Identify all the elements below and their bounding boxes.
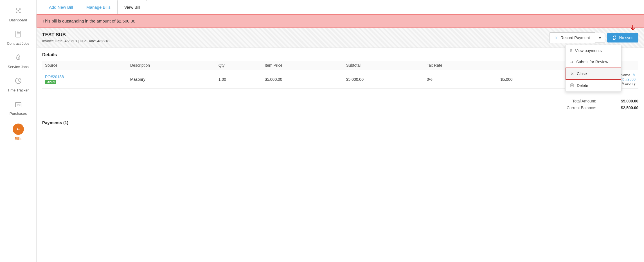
right-name-label: Name xyxy=(621,73,631,77)
current-balance-label: Current Balance: xyxy=(567,106,596,110)
dropdown-item-submit-review[interactable]: ➜ Submit for Review xyxy=(566,56,621,68)
delete-label: Delete xyxy=(577,83,588,88)
svg-point-3 xyxy=(17,10,19,12)
alert-message: This bill is outstanding in the amount o… xyxy=(42,19,135,23)
dropdown-item-close[interactable]: ✕ Close xyxy=(566,68,621,80)
col-amount xyxy=(498,61,559,70)
sidebar-item-purchases[interactable]: PO Purchases xyxy=(0,96,36,120)
sidebar-item-time-tracker[interactable]: Time Tracker xyxy=(0,73,36,96)
total-amount-label: Total Amount: xyxy=(572,99,596,103)
sidebar-item-service-jobs[interactable]: Service Jobs xyxy=(0,50,36,73)
no-sync-button[interactable]: No sync xyxy=(607,33,638,42)
dropdown-arrow-indicator xyxy=(629,24,636,33)
col-item-price: Item Price xyxy=(262,61,343,70)
edit-icon[interactable]: ✎ xyxy=(632,73,636,77)
dropdown-menu: $ View payments ➜ Submit for Review ✕ Cl… xyxy=(565,45,622,92)
sidebar-item-dashboard[interactable]: Dashboard xyxy=(0,3,36,26)
arrow-right-icon: ➜ xyxy=(570,60,573,64)
sidebar-label-purchases: Purchases xyxy=(10,111,27,116)
cell-description: Masonry xyxy=(127,70,216,89)
dropdown-item-view-payments[interactable]: $ View payments xyxy=(566,45,621,56)
status-badge: OPEN xyxy=(45,80,56,84)
svg-text:PO: PO xyxy=(17,104,21,106)
cell-tax-rate: 0% xyxy=(424,70,497,89)
record-payment-button[interactable]: ☑ Record Payment xyxy=(549,32,595,43)
table-row: PO#20188 OPEN Masonry 1.00 $5,000.00 $5,… xyxy=(42,70,638,89)
no-sync-label: No sync xyxy=(619,35,633,40)
time-tracker-icon xyxy=(14,77,22,86)
svg-point-11 xyxy=(18,57,19,59)
po-link[interactable]: PO#20188 xyxy=(45,75,64,79)
current-balance-value: $2,500.00 xyxy=(613,106,638,110)
total-amount-row: Total Amount: $5,000.00 xyxy=(42,98,638,104)
contract-jobs-icon xyxy=(14,30,22,40)
view-payments-label: View payments xyxy=(575,48,602,53)
check-icon: ☑ xyxy=(555,35,558,40)
col-description: Description xyxy=(127,61,216,70)
total-amount-value: $5,000.00 xyxy=(613,99,638,103)
svg-point-4 xyxy=(19,12,21,13)
tab-manage-bills[interactable]: Manage Bills xyxy=(80,0,117,14)
cell-item-price: $5,000.00 xyxy=(262,70,343,89)
svg-rect-17 xyxy=(570,84,574,87)
dropdown-toggle-button[interactable]: ▼ xyxy=(595,33,605,43)
totals-section: Total Amount: $5,000.00 Current Balance:… xyxy=(37,93,644,116)
close-label: Close xyxy=(577,71,587,76)
main-content: Add New Bill Manage Bills View Bill This… xyxy=(37,0,644,262)
col-tax-rate: Tax Rate xyxy=(424,61,497,70)
cell-amount: $5,000 xyxy=(498,70,559,89)
sidebar-label-service-jobs: Service Jobs xyxy=(8,65,28,69)
dollar-icon: $ xyxy=(570,48,572,53)
svg-line-14 xyxy=(18,81,19,82)
payments-title: Payments (1) xyxy=(42,120,638,125)
chevron-down-icon: ▼ xyxy=(598,35,602,40)
tab-view-bill[interactable]: View Bill xyxy=(117,0,147,14)
bill-title: TEST SUB xyxy=(42,32,109,38)
bills-icon xyxy=(13,124,24,135)
sidebar-label-dashboard: Dashboard xyxy=(9,18,27,22)
details-table: Source Description Qty Item Price Subtot… xyxy=(42,61,638,89)
bill-info: TEST SUB Invoice Date: 4/23/18 | Due Dat… xyxy=(42,32,109,43)
service-jobs-icon xyxy=(14,53,22,63)
sidebar-label-bills: Bills xyxy=(15,136,22,141)
sidebar-label-contract-jobs: Contract Jobs xyxy=(7,41,29,46)
dropdown-item-delete[interactable]: Delete xyxy=(566,80,621,91)
details-section: Details Source Description Qty Item Pric… xyxy=(37,48,644,93)
col-qty: Qty xyxy=(216,61,262,70)
payments-section: Payments (1) xyxy=(37,116,644,129)
tab-add-new-bill[interactable]: Add New Bill xyxy=(42,0,80,14)
svg-rect-21 xyxy=(571,84,573,84)
current-balance-row: Current Balance: $2,500.00 xyxy=(42,104,638,111)
cell-subtotal: $5,000.00 xyxy=(343,70,424,89)
svg-rect-5 xyxy=(16,31,20,37)
purchases-icon: PO xyxy=(14,100,22,110)
content-area: This bill is outstanding in the amount o… xyxy=(37,14,644,262)
record-payment-label: Record Payment xyxy=(560,35,590,40)
dashboard-icon xyxy=(14,7,22,16)
sidebar-item-bills[interactable]: Bills xyxy=(0,120,36,145)
svg-point-0 xyxy=(16,8,17,10)
submit-review-label: Submit for Review xyxy=(576,60,608,64)
cell-qty: 1.00 xyxy=(216,70,262,89)
svg-point-1 xyxy=(19,8,21,10)
bill-actions: ☑ Record Payment ▼ No sync xyxy=(549,32,638,43)
details-title: Details xyxy=(42,52,638,57)
sidebar-label-time-tracker: Time Tracker xyxy=(8,88,29,92)
bill-dates: Invoice Date: 4/23/18 | Due Date: 4/23/1… xyxy=(42,39,109,43)
sidebar-item-contract-jobs[interactable]: Contract Jobs xyxy=(0,26,36,50)
bill-header: TEST SUB Invoice Date: 4/23/18 | Due Dat… xyxy=(37,28,644,48)
sync-icon xyxy=(612,35,617,40)
trash-icon xyxy=(570,83,574,88)
close-icon: ✕ xyxy=(571,71,574,76)
cell-source: PO#20188 OPEN xyxy=(42,70,127,89)
right-desc: Masonry xyxy=(622,81,636,86)
outstanding-alert: This bill is outstanding in the amount o… xyxy=(37,14,644,28)
col-source: Source xyxy=(42,61,127,70)
svg-point-2 xyxy=(16,12,17,13)
col-subtotal: Subtotal xyxy=(343,61,424,70)
tabs-bar: Add New Bill Manage Bills View Bill xyxy=(37,0,644,14)
sidebar: Dashboard Contract Jobs Service Jobs xyxy=(0,0,37,262)
